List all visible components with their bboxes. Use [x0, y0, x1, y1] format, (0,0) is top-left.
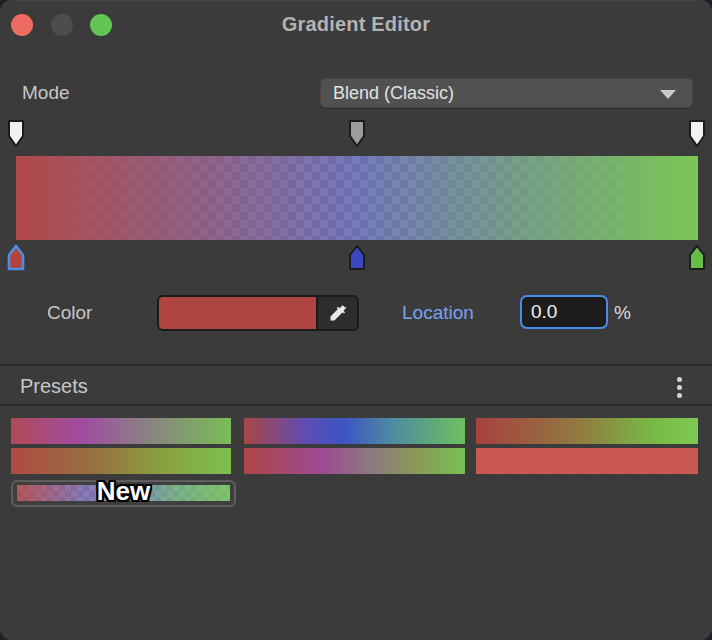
preset-gradient	[244, 418, 465, 444]
preset-gradient	[476, 448, 698, 474]
preset-gradient	[11, 448, 231, 474]
color-label: Color	[47, 302, 92, 324]
chevron-down-icon	[660, 90, 676, 99]
preset-swatch[interactable]	[11, 448, 231, 474]
preset-gradient	[244, 448, 465, 474]
window-title: Gradient Editor	[0, 13, 712, 36]
mode-label: Mode	[22, 82, 70, 104]
color-field[interactable]	[157, 295, 359, 331]
percent-label: %	[614, 302, 631, 324]
color-stop-marker[interactable]	[347, 243, 367, 273]
kebab-menu-icon[interactable]	[668, 373, 690, 401]
location-label[interactable]: Location	[402, 302, 474, 324]
location-input[interactable]	[520, 295, 608, 329]
mode-dropdown-value: Blend (Classic)	[333, 83, 454, 104]
alpha-stop-marker[interactable]	[687, 119, 707, 149]
mode-dropdown[interactable]: Blend (Classic)	[320, 78, 693, 108]
gradient-editor-window: Gradient Editor Mode Blend (Classic) Col…	[0, 0, 712, 640]
gradient-fill	[16, 156, 698, 240]
preset-swatch[interactable]	[476, 418, 698, 444]
title-bar[interactable]: Gradient Editor	[0, 0, 712, 50]
eyedropper-icon	[328, 303, 348, 323]
preset-gradient	[476, 418, 698, 444]
alpha-stop-marker[interactable]	[347, 119, 367, 149]
color-stop-marker-selected[interactable]	[6, 243, 26, 273]
color-swatch[interactable]	[159, 297, 316, 329]
gradient-preview-strip[interactable]	[16, 156, 698, 240]
divider	[0, 364, 712, 366]
preset-swatch[interactable]	[11, 418, 231, 444]
preset-gradient	[11, 418, 231, 444]
color-stop-marker[interactable]	[687, 243, 707, 273]
presets-title: Presets	[20, 375, 88, 398]
divider	[0, 404, 712, 406]
new-preset-label: New	[13, 476, 234, 507]
preset-swatch[interactable]	[476, 448, 698, 474]
preset-swatch[interactable]	[244, 418, 465, 444]
alpha-stop-marker[interactable]	[6, 119, 26, 149]
new-preset-button[interactable]: New	[11, 480, 236, 507]
eyedropper-button[interactable]	[316, 297, 357, 329]
preset-swatch[interactable]	[244, 448, 465, 474]
